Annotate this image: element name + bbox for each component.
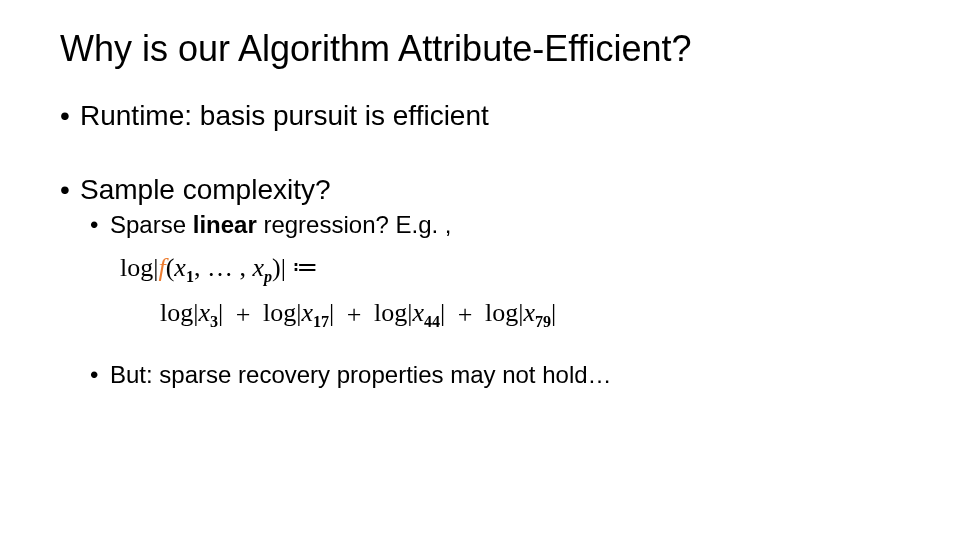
plus-2: + [458,300,473,329]
math-xp: x [252,253,264,282]
x-2: x [412,298,424,327]
bullet-but: But: sparse recovery properties may not … [90,361,900,390]
math-line-2: log|x3| + log|x17| + log|x44| + log|x79| [160,292,900,335]
math-f: f [158,253,165,282]
plus-1: + [347,300,362,329]
log-t2: log [374,298,407,327]
sub-0: 3 [210,314,218,331]
slide: Why is our Algorithm Attribute-Efficient… [0,0,960,540]
bullet-sample-complexity: Sample complexity? [60,173,900,207]
plus-0: + [236,300,251,329]
text-linear-bold: linear [193,211,257,238]
text-sparse-suffix: regression? E.g. , [257,211,452,238]
log-t0: log [160,298,193,327]
math-sub-1: 1 [186,269,194,286]
bullet-sparse-linear: Sparse linear regression? E.g. , [90,211,900,240]
log-t1: log [263,298,296,327]
x-0: x [198,298,210,327]
math-x1: x [174,253,186,282]
defeq: ≔ [286,253,319,282]
sub-2: 44 [424,314,440,331]
abs-r-0: | [218,298,223,327]
x-3: x [523,298,535,327]
comma: , [194,253,207,282]
text-sparse-prefix: Sparse [110,211,193,238]
comma2: , [239,253,252,282]
bullet-runtime: Runtime: basis pursuit is efficient [60,99,900,133]
x-1: x [301,298,313,327]
log-t3: log [485,298,518,327]
rparen: ) [272,253,281,282]
sub-3: 79 [535,314,551,331]
abs-r-3: | [551,298,556,327]
dots: … [207,253,240,282]
abs-r-1: | [329,298,334,327]
slide-title: Why is our Algorithm Attribute-Efficient… [60,28,900,69]
math-log: log [120,253,153,282]
abs-r-2: | [440,298,445,327]
sub-1: 17 [313,314,329,331]
math-sub-p: p [264,269,272,286]
math-line-1: log|f(x1, … , xp)| ≔ [120,247,900,290]
